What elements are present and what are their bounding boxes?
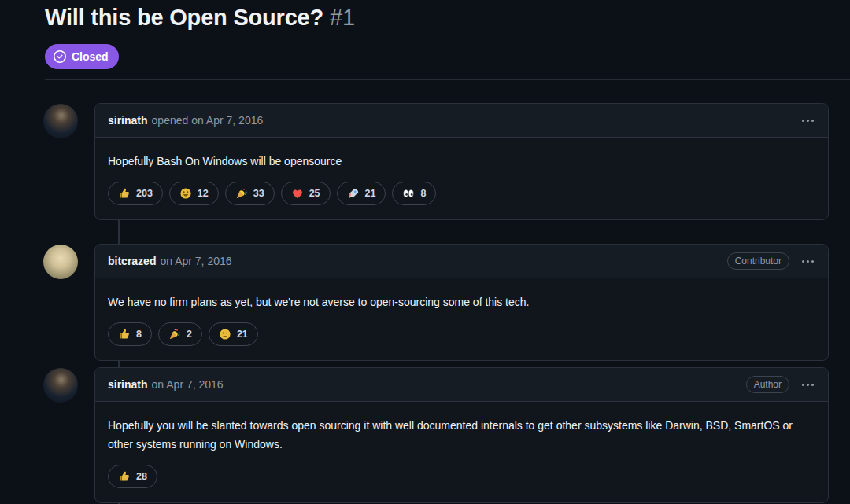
reaction-pill-heart[interactable]: 25	[281, 182, 331, 205]
comment-2: bitcrazed on Apr 7, 2016 Contributor We …	[43, 244, 829, 361]
comment-box: sirinath on Apr 7, 2016 Author Hopefully…	[94, 367, 829, 503]
reaction-count: 2	[187, 329, 192, 340]
comment-timestamp[interactable]: opened on Apr 7, 2016	[152, 114, 264, 127]
comment-body-area: Hopefully you will be slanted towards op…	[95, 402, 828, 502]
reaction-pill-laugh[interactable]: 12	[169, 182, 219, 205]
reaction-pill-rocket[interactable]: 21	[337, 182, 386, 205]
reaction-pill-hooray[interactable]: 33	[225, 182, 275, 205]
reaction-count: 203	[136, 188, 153, 199]
role-badge: Author	[746, 376, 789, 393]
comment-box: bitcrazed on Apr 7, 2016 Contributor We …	[94, 244, 829, 361]
hooray-icon	[235, 187, 248, 200]
reactions-row: 28	[108, 465, 815, 488]
reaction-count: 28	[136, 471, 147, 482]
comment-author[interactable]: sirinath	[108, 378, 148, 391]
comment-header: sirinath opened on Apr 7, 2016	[95, 104, 828, 138]
comment-header: sirinath on Apr 7, 2016 Author	[95, 368, 828, 402]
reaction-count: 8	[420, 188, 426, 199]
laugh-icon	[179, 187, 192, 200]
header-divider	[45, 79, 850, 80]
issue-closed-icon	[54, 50, 66, 63]
comment-timestamp[interactable]: on Apr 7, 2016	[152, 378, 224, 391]
thumbs-up-icon	[118, 187, 131, 200]
reaction-count: 33	[253, 188, 264, 199]
reaction-count: 21	[365, 188, 376, 199]
comment-body-area: We have no firm plans as yet, but we're …	[95, 278, 828, 360]
status-badge: Closed	[45, 44, 119, 69]
reaction-pill-thumbs-up[interactable]: 8	[108, 322, 152, 346]
comment-1: sirinath opened on Apr 7, 2016 Hopefully…	[43, 103, 829, 220]
reaction-pill-thumbs-up[interactable]: 203	[108, 182, 163, 205]
reaction-pill-thumbs-up[interactable]: 28	[108, 465, 157, 488]
avatar-sirinath[interactable]	[43, 368, 78, 403]
confused-icon	[219, 328, 231, 340]
kebab-menu-icon[interactable]	[800, 116, 815, 125]
thumbs-up-icon	[118, 470, 131, 483]
issue-number: #1	[330, 5, 355, 30]
reaction-count: 12	[198, 188, 209, 199]
reaction-pill-hooray[interactable]: 2	[158, 322, 202, 346]
heart-icon	[291, 187, 304, 200]
rocket-icon	[347, 187, 360, 200]
comment-body-area: Hopefully Bash On Windows will be openso…	[95, 138, 828, 219]
reaction-count: 8	[136, 329, 142, 340]
eyes-icon	[402, 187, 415, 200]
kebab-menu-icon[interactable]	[800, 381, 815, 389]
reaction-count: 25	[309, 188, 320, 199]
comment-author[interactable]: sirinath	[108, 114, 148, 127]
hooray-icon	[168, 328, 181, 340]
avatar-bitcrazed[interactable]	[43, 245, 78, 279]
reaction-count: 21	[237, 329, 248, 340]
issue-title: Will this be Open Source?	[45, 5, 323, 30]
status-label: Closed	[72, 50, 109, 63]
comment-timestamp[interactable]: on Apr 7, 2016	[160, 255, 231, 267]
comment-body-text: Hopefully you will be slanted towards op…	[108, 416, 815, 454]
page-title: Will this be Open Source?#1	[45, 5, 355, 31]
kebab-menu-icon[interactable]	[800, 257, 815, 266]
avatar-sirinath[interactable]	[43, 104, 78, 138]
reaction-pill-confused[interactable]: 21	[209, 322, 258, 346]
comment-3: sirinath on Apr 7, 2016 Author Hopefully…	[43, 367, 829, 503]
reactions-row: 203123325218	[108, 182, 815, 205]
comment-header: bitcrazed on Apr 7, 2016 Contributor	[95, 245, 828, 278]
comment-box: sirinath opened on Apr 7, 2016 Hopefully…	[94, 103, 829, 220]
role-badge: Contributor	[727, 252, 789, 270]
comment-body-text: Hopefully Bash On Windows will be openso…	[108, 152, 815, 171]
reaction-pill-eyes[interactable]: 8	[392, 182, 436, 205]
thumbs-up-icon	[118, 328, 131, 340]
reactions-row: 8221	[108, 322, 815, 346]
comment-author[interactable]: bitcrazed	[108, 255, 156, 267]
comment-body-text: We have no firm plans as yet, but we're …	[108, 292, 815, 311]
